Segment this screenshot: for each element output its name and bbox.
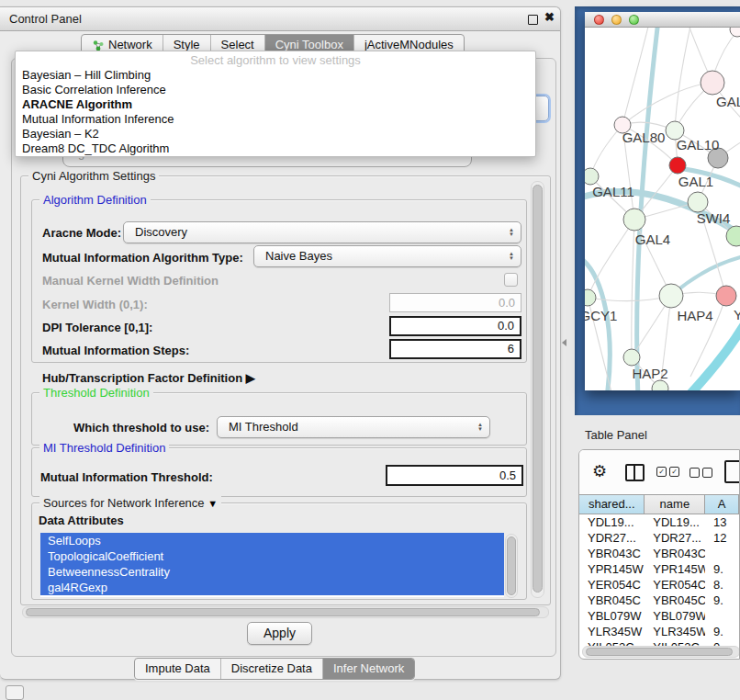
manual-kernel-checkbox[interactable] xyxy=(504,273,518,287)
table-row[interactable]: YDR27...YDR27...12 xyxy=(579,530,739,546)
network-node-hap4[interactable] xyxy=(659,284,683,308)
attribute-item-gal4rgexp[interactable]: gal4RGexp xyxy=(40,580,504,595)
table-row[interactable]: YLR345WYLR345W9. xyxy=(579,624,739,639)
mi-type-combo[interactable]: Naive Bayes ▲▼ xyxy=(253,245,521,267)
tab-impute-data[interactable]: Impute Data xyxy=(135,659,221,679)
close-traffic-light-icon[interactable] xyxy=(594,15,604,25)
network-edge[interactable] xyxy=(588,220,634,298)
algorithm-option-dream8-dc-tdc-algorithm[interactable]: Dream8 DC_TDC Algorithm xyxy=(16,141,535,156)
dpi-tolerance-field[interactable]: 0.0 xyxy=(389,316,521,336)
minimize-traffic-light-icon[interactable] xyxy=(611,15,622,25)
table-panel-title: Table Panel xyxy=(585,428,647,442)
table-row[interactable]: YBR043CYBR043C xyxy=(579,546,739,561)
network-node-gal11[interactable] xyxy=(585,168,599,185)
network-edge[interactable] xyxy=(622,83,712,125)
network-node-y[interactable] xyxy=(716,286,736,306)
algorithm-option-bayesian-k2[interactable]: Bayesian – K2 xyxy=(16,127,535,141)
network-node-label: GAL10 xyxy=(677,137,720,152)
algorithm-option-aracne-algorithm[interactable]: ARACNE Algorithm xyxy=(16,97,535,112)
network-view-window: GALGAL80GAL10GAL1GAL11SWI4GAL4GCY1HAP4YH… xyxy=(585,12,740,390)
threshold-definition-legend: Threshold Definition xyxy=(39,386,153,400)
table-horizontal-scrollbar-thumb[interactable] xyxy=(586,648,733,656)
aracne-mode-value: Discovery xyxy=(135,225,187,239)
network-edge[interactable] xyxy=(714,31,737,73)
hub-definition-label[interactable]: Hub/Transcription Factor Definition ▶ xyxy=(42,371,255,385)
network-edge[interactable] xyxy=(675,28,691,130)
float-window-icon[interactable] xyxy=(528,15,538,25)
table-cell: YDL19... xyxy=(579,514,645,530)
network-edge[interactable] xyxy=(632,220,634,357)
mi-threshold-field[interactable]: 0.5 xyxy=(386,465,523,486)
network-edge[interactable] xyxy=(622,28,649,125)
table-cell: YER054C xyxy=(579,577,645,593)
deselect-all-checkboxes-icon[interactable] xyxy=(690,468,712,478)
table-cell: YBR045C xyxy=(579,593,645,608)
settings-horizontal-scrollbar[interactable] xyxy=(22,606,549,618)
network-node-gcy1[interactable] xyxy=(585,289,596,306)
table-cell: 12 xyxy=(705,530,739,546)
attributes-scrollbar[interactable] xyxy=(505,534,518,598)
close-icon[interactable]: ✖ xyxy=(544,10,555,24)
zoom-traffic-light-icon[interactable] xyxy=(629,15,639,25)
table-cell: YDL19... xyxy=(645,514,705,530)
table-row[interactable]: YPR145WYPR145W9. xyxy=(579,561,739,577)
select-all-checkboxes-icon[interactable]: ✓✓ xyxy=(656,467,679,477)
apply-button[interactable]: Apply xyxy=(247,622,312,645)
kernel-width-field[interactable]: 0.0 xyxy=(389,293,521,312)
control-panel: Control Panel ✖ NetworkStyleSelectCyni T… xyxy=(0,6,561,680)
attribute-item-betweennesscentrality[interactable]: BetweennessCentrality xyxy=(40,564,504,580)
table-cell: YLR345W xyxy=(579,624,645,639)
network-edge[interactable] xyxy=(590,125,622,176)
gear-icon[interactable]: ⚙ xyxy=(592,461,607,481)
table-horizontal-scrollbar[interactable] xyxy=(582,646,740,658)
network-node[interactable] xyxy=(730,28,740,37)
which-threshold-label: Which threshold to use: xyxy=(73,421,209,435)
table-cell: YBL079W xyxy=(579,608,645,624)
network-node[interactable] xyxy=(652,380,668,390)
network-canvas[interactable]: GALGAL80GAL10GAL1GAL11SWI4GAL4GCY1HAP4YH… xyxy=(585,28,740,390)
split-columns-icon[interactable] xyxy=(625,464,645,481)
attribute-item-selfloops[interactable]: SelfLoops xyxy=(40,533,504,548)
mi-steps-field[interactable]: 6 xyxy=(389,339,521,359)
network-node-label: GAL4 xyxy=(635,231,670,247)
network-node-gal1[interactable] xyxy=(669,157,686,174)
table-row[interactable]: YER054CYER054C8. xyxy=(579,577,739,593)
cyni-algorithm-settings-legend: Cyni Algorithm Settings xyxy=(28,169,159,183)
bottom-tab-bar: Impute DataDiscretize DataInfer Network xyxy=(134,658,415,680)
network-node-hap2[interactable] xyxy=(623,349,640,366)
attribute-item-topologicalcoefficient[interactable]: TopologicalCoefficient xyxy=(40,548,504,564)
settings-horizontal-scrollbar-thumb[interactable] xyxy=(26,608,540,616)
sources-legend[interactable]: Sources for Network Inference ▼ xyxy=(39,496,221,510)
algorithm-option-mutual-information-inference[interactable]: Mutual Information Inference xyxy=(16,112,535,127)
table-row[interactable]: YBL079WYBL079W xyxy=(579,608,739,624)
table-body: YDL19...YDL19...13YDR27...YDR27...12YBR0… xyxy=(579,514,739,655)
settings-vertical-scrollbar-thumb[interactable] xyxy=(533,185,543,593)
splitter-collapse-icon[interactable] xyxy=(562,339,566,346)
algorithm-option-bayesian-hill-climbing[interactable]: Bayesian – Hill Climbing xyxy=(16,68,535,83)
network-edge[interactable] xyxy=(588,296,671,301)
column-header-name[interactable]: name xyxy=(645,495,705,514)
network-edge-thick[interactable] xyxy=(637,28,658,390)
algorithm-definition-legend: Algorithm Definition xyxy=(39,193,151,207)
network-node-swi4[interactable] xyxy=(688,192,708,212)
minimized-panel-icon[interactable] xyxy=(6,685,24,700)
settings-vertical-scrollbar[interactable] xyxy=(531,181,544,598)
algorithm-option-basic-correlation-inference[interactable]: Basic Correlation Inference xyxy=(16,83,535,97)
column-header-shared[interactable]: shared... xyxy=(579,495,645,514)
data-attributes-list[interactable]: SelfLoopsTopologicalCoefficientBetweenne… xyxy=(40,533,504,597)
network-node-gal4[interactable] xyxy=(623,209,645,231)
new-table-icon[interactable] xyxy=(724,460,740,483)
control-panel-titlebar: Control Panel ✖ xyxy=(0,7,560,31)
network-node-label: GAL11 xyxy=(592,184,634,199)
column-header-a[interactable]: A xyxy=(705,495,739,514)
tab-infer-network[interactable]: Infer Network xyxy=(323,659,414,679)
network-node-gal[interactable] xyxy=(701,71,724,95)
table-row[interactable]: YBR045CYBR045C9. xyxy=(579,593,739,608)
stepper-icon: ▲▼ xyxy=(509,252,514,261)
which-threshold-combo[interactable]: MI Threshold ▲▼ xyxy=(217,416,490,438)
aracne-mode-combo[interactable]: Discovery ▲▼ xyxy=(123,221,521,243)
tab-label: Discretize Data xyxy=(231,659,312,679)
table-row[interactable]: YDL19...YDL19...13 xyxy=(579,514,739,530)
attributes-scrollbar-thumb[interactable] xyxy=(507,536,516,595)
tab-discretize-data[interactable]: Discretize Data xyxy=(221,659,323,679)
